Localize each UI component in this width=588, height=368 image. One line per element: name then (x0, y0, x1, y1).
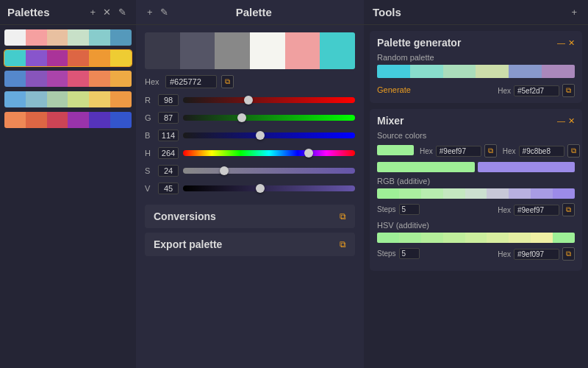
rgb-bar (377, 188, 575, 199)
gen-copy-button[interactable]: ⧉ (562, 84, 575, 97)
tools-add-icon[interactable]: + (569, 6, 579, 18)
palette-item-3[interactable] (4, 71, 132, 87)
tools-panel: Tools + Palette generator — ✕ Random pal… (364, 0, 588, 368)
rgb-steps-input[interactable] (399, 204, 420, 215)
r-slider-thumb[interactable] (244, 96, 253, 105)
bar-swatch-5[interactable] (285, 32, 320, 69)
gen-hex-input[interactable] (514, 85, 559, 96)
tools-content: Palette generator — ✕ Random palette (364, 25, 588, 277)
conversions-panel[interactable]: Conversions ⧉ (145, 205, 355, 228)
palette-generator-close-icon[interactable]: ✕ (568, 38, 575, 48)
rgb-copy-button[interactable]: ⧉ (562, 203, 575, 216)
sidebar-edit-icon[interactable]: ✎ (116, 6, 129, 18)
s-value[interactable]: 24 (158, 165, 179, 177)
rgb-steps-label: Steps (377, 205, 396, 213)
mixer-minimize-icon[interactable]: — (557, 116, 565, 126)
palette-generator-minimize-icon[interactable]: — (557, 38, 565, 48)
swatch (26, 71, 47, 87)
export-panel[interactable]: Export palette ⧉ (145, 233, 355, 256)
mixer-close-icon[interactable]: ✕ (568, 116, 575, 126)
bar-swatch-1[interactable] (145, 32, 180, 69)
rgb-bar-8 (531, 188, 553, 199)
h-slider-row: H 264 (145, 147, 355, 159)
bar-swatch-2[interactable] (180, 32, 215, 69)
hex-copy-button[interactable]: ⧉ (221, 75, 234, 88)
generate-button[interactable]: Generate (377, 85, 411, 94)
hsv-section: HSV (additive) Steps (377, 221, 575, 261)
hsv-copy-button[interactable]: ⧉ (562, 247, 575, 261)
swatch (47, 112, 68, 128)
mixer-title: Mixer (377, 115, 404, 127)
source-colors-row: Hex ⧉ Hex ⧉ (377, 143, 575, 158)
rgb-bar-2 (399, 188, 421, 199)
hex-input[interactable] (165, 75, 217, 88)
gen-swatch-6 (542, 65, 575, 78)
hsv-hex-row: Hex ⧉ (498, 247, 575, 261)
rgb-hex-label: Hex (498, 206, 511, 214)
rgb-bar-1 (377, 188, 399, 199)
b-slider-track[interactable] (183, 132, 355, 138)
g-slider-track[interactable] (183, 115, 355, 121)
palette-editor-title: Palette (236, 6, 272, 18)
rgb-label: RGB (additive) (377, 177, 575, 185)
palette-editor-header-icons: + ✎ (145, 6, 171, 18)
swatch (26, 112, 47, 128)
gen-hex-label: Hex (498, 87, 511, 95)
rgb-bar-7 (509, 188, 531, 199)
rgb-hex-row: Hex ⧉ (498, 203, 575, 216)
palette-generator-title: Palette generator (377, 37, 461, 49)
hsv-steps-input[interactable] (399, 248, 420, 259)
swatch (68, 50, 89, 66)
g-value[interactable]: 87 (158, 112, 179, 124)
g-slider-row: G 87 (145, 112, 355, 124)
hsv-bar-5 (465, 233, 487, 243)
h-slider-thumb[interactable] (304, 149, 313, 158)
hsv-bar-2 (399, 233, 421, 243)
palette-edit-icon[interactable]: ✎ (158, 6, 171, 18)
palette-item-4[interactable] (4, 91, 132, 107)
source-hex-row-2: Hex ⧉ (503, 144, 580, 158)
swatch (68, 29, 89, 46)
b-slider-row: B 114 (145, 130, 355, 141)
palette-add-icon[interactable]: + (145, 6, 155, 18)
source-swatch-1 (377, 145, 414, 155)
rgb-section: RGB (additive) Steps (377, 177, 575, 216)
random-palette-label: Random palette (377, 53, 575, 62)
bar-swatch-6[interactable] (320, 32, 355, 69)
source-copy-1[interactable]: ⧉ (484, 144, 497, 158)
source-swatches (377, 162, 575, 172)
palette-generator-icons: — ✕ (557, 38, 575, 48)
hsv-hex-input[interactable] (514, 249, 559, 260)
source-hex-input-2[interactable] (519, 146, 564, 157)
s-slider-thumb[interactable] (220, 166, 229, 175)
s-slider-row: S 24 (145, 165, 355, 177)
b-slider-thumb[interactable] (256, 131, 265, 140)
g-slider-thumb[interactable] (237, 113, 246, 122)
r-slider-track[interactable] (183, 97, 355, 103)
v-value[interactable]: 45 (158, 183, 179, 194)
swatch (4, 29, 26, 46)
sidebar-header-icons: + ✕ ✎ (87, 6, 129, 18)
b-value[interactable]: 114 (158, 130, 179, 141)
bar-swatch-3[interactable] (215, 32, 250, 69)
hsv-bar-7 (509, 233, 531, 243)
palette-color-bar (145, 32, 355, 69)
palette-item-2[interactable] (4, 50, 132, 66)
palette-item-1[interactable] (4, 29, 132, 46)
v-slider-track[interactable] (183, 185, 355, 191)
source-copy-2[interactable]: ⧉ (567, 144, 580, 158)
source-hex-input-1[interactable] (436, 146, 481, 157)
h-value[interactable]: 264 (158, 147, 179, 159)
v-slider-thumb[interactable] (256, 184, 265, 193)
palette-item-5[interactable] (4, 112, 132, 128)
tools-title: Tools (373, 6, 401, 18)
mixer-card: Mixer — ✕ Source colors Hex ⧉ (370, 109, 582, 271)
rgb-hex-input[interactable] (514, 205, 559, 216)
h-slider-track[interactable] (183, 150, 355, 156)
bar-swatch-4[interactable] (250, 32, 285, 69)
r-value[interactable]: 98 (158, 94, 179, 106)
hsv-bar-1 (377, 233, 399, 243)
sidebar-cross-icon[interactable]: ✕ (101, 6, 113, 18)
s-slider-track[interactable] (183, 168, 355, 174)
sidebar-add-icon[interactable]: + (87, 6, 98, 18)
